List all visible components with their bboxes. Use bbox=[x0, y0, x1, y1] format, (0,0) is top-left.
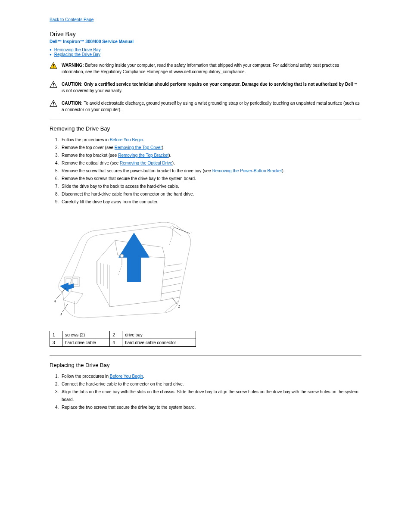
svg-rect-1 bbox=[53, 64, 54, 66]
caution-icon bbox=[50, 81, 58, 89]
step: Remove the screw that secures the power-… bbox=[60, 167, 361, 175]
caution1-post: is not covered by your warranty. bbox=[62, 88, 122, 93]
step-link[interactable]: Removing the Top Bracket bbox=[118, 153, 168, 158]
step: Remove the top cover (see Removing the T… bbox=[60, 144, 361, 152]
legend-label: drive bay bbox=[122, 331, 196, 339]
step: Remove the two screws that secure the dr… bbox=[60, 175, 361, 183]
svg-point-13 bbox=[171, 226, 174, 229]
page-title: Drive Bay bbox=[50, 31, 361, 37]
subtitle: Dell™ Inspiron™ 300/400 Service Manual bbox=[50, 39, 361, 44]
back-to-contents-link[interactable]: Back to Contents Page bbox=[50, 17, 361, 22]
diagram-legend-table: 1 screws (2) 2 drive bay 3 hard-drive ca… bbox=[50, 331, 196, 347]
caution1-label: CAUTION: bbox=[62, 82, 83, 87]
legend-label: hard-drive cable bbox=[62, 339, 110, 347]
step: Follow the procedures in Before You Begi… bbox=[60, 136, 361, 144]
removing-title: Removing the Drive Bay bbox=[50, 125, 361, 132]
warning-label: WARNING: bbox=[62, 63, 84, 68]
caution-icon bbox=[50, 100, 58, 108]
caution1-bold: Only a certified service technician shou… bbox=[84, 82, 358, 87]
step: Slide the drive bay to the back to acces… bbox=[60, 183, 361, 190]
step-link[interactable]: Before You Begin bbox=[110, 374, 143, 379]
svg-line-21 bbox=[172, 297, 177, 304]
legend-num: 4 bbox=[110, 339, 122, 347]
warning-text: Before working inside your computer, rea… bbox=[62, 63, 339, 74]
step: Carefully lift the drive bay away from t… bbox=[60, 198, 361, 206]
toc-link-replacing[interactable]: Replacing the Drive Bay bbox=[54, 52, 100, 57]
caution-notice-1: CAUTION: Only a certified service techni… bbox=[50, 81, 361, 94]
caution2-text: To avoid electrostatic discharge, ground… bbox=[62, 101, 360, 112]
step: Disconnect the hard-drive cable from the… bbox=[60, 190, 361, 198]
svg-rect-7 bbox=[53, 102, 54, 104]
svg-line-15 bbox=[169, 236, 172, 245]
caution2-label: CAUTION: bbox=[62, 101, 83, 106]
step: Remove the optical drive (see Removing t… bbox=[60, 159, 361, 167]
step-link[interactable]: Removing the Top Cover bbox=[115, 145, 162, 150]
legend-num: 1 bbox=[50, 331, 62, 339]
svg-rect-4 bbox=[53, 83, 54, 85]
svg-text:1: 1 bbox=[191, 232, 193, 236]
step: Align the tabs on the drive bay with the… bbox=[60, 388, 361, 404]
divider bbox=[50, 119, 361, 119]
svg-text:4: 4 bbox=[54, 299, 56, 303]
drive-bay-diagram: 1 2 3 4 bbox=[50, 215, 196, 327]
replacing-steps: Follow the procedures in Before You Begi… bbox=[50, 373, 361, 411]
step: Follow the procedures in Before You Begi… bbox=[60, 373, 361, 380]
diagram: 1 2 3 4 1 screws (2) 2 drive bay 3 hard-… bbox=[50, 215, 361, 347]
svg-line-23 bbox=[56, 288, 66, 299]
step: Replace the two screws that secure the d… bbox=[60, 404, 361, 411]
legend-num: 2 bbox=[110, 331, 122, 339]
step: Remove the top bracket (see Removing the… bbox=[60, 152, 361, 159]
caution-notice-2: CAUTION: To avoid electrostatic discharg… bbox=[50, 100, 361, 113]
toc-link-removing[interactable]: Removing the Drive Bay bbox=[54, 47, 101, 52]
divider bbox=[50, 355, 361, 356]
step-link[interactable]: Removing the Optical Drive bbox=[120, 161, 172, 165]
legend-label: screws (2) bbox=[62, 331, 110, 339]
toc-list: Removing the Drive Bay Replacing the Dri… bbox=[50, 47, 361, 57]
svg-rect-2 bbox=[53, 67, 54, 68]
warning-notice: WARNING: Before working inside your comp… bbox=[50, 62, 361, 75]
svg-rect-5 bbox=[53, 86, 54, 87]
warning-icon bbox=[50, 62, 58, 70]
svg-marker-19 bbox=[60, 283, 74, 292]
svg-rect-8 bbox=[53, 105, 54, 106]
svg-point-16 bbox=[120, 254, 124, 258]
svg-line-22 bbox=[62, 304, 68, 312]
legend-num: 3 bbox=[50, 339, 62, 347]
step: Connect the hard-drive cable to the conn… bbox=[60, 380, 361, 388]
svg-text:3: 3 bbox=[60, 312, 62, 316]
svg-text:2: 2 bbox=[178, 304, 180, 308]
legend-label: hard-drive cable connector bbox=[122, 339, 196, 347]
step-link[interactable]: Removing the Power-Button Bracket bbox=[212, 168, 282, 173]
replacing-title: Replacing the Drive Bay bbox=[50, 362, 361, 368]
removing-steps: Follow the procedures in Before You Begi… bbox=[50, 136, 361, 206]
step-link[interactable]: Before You Begin bbox=[110, 137, 143, 142]
